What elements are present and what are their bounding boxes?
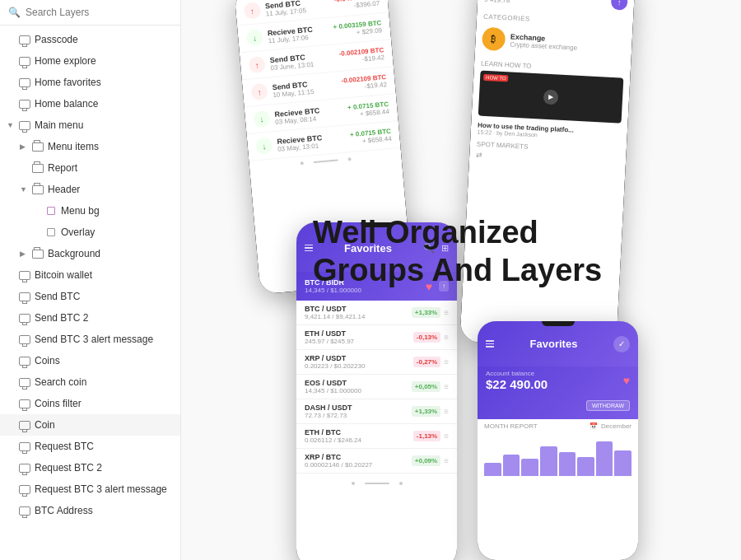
btc-price: 9 419.78: [484, 0, 531, 6]
menu-icon: ≡: [444, 382, 449, 391]
tx-info: Recieve BTC 03 May, 08:14: [274, 104, 343, 125]
chart-bar: [484, 463, 501, 476]
how-to-badge: HOW TO: [483, 74, 509, 82]
notch: [361, 222, 394, 227]
sidebar-item-label: Bitcoin wallet: [35, 269, 92, 281]
nav-back: [300, 161, 303, 165]
sidebar-item-coin[interactable]: Coin: [0, 414, 180, 436]
screen-icon: [18, 268, 31, 282]
coin-info: XRP / USDT 0.20223 / $0.202230: [305, 354, 365, 370]
learn-section: LEARN HOW TO HOW TO ▶: [472, 56, 631, 127]
sidebar: 🔍 Passcode Home explore Home favorites H…: [0, 0, 181, 560]
sidebar-item-label: Coins: [35, 355, 60, 366]
sidebar-item-search-coin[interactable]: Search coin: [0, 371, 180, 393]
sidebar-item-request-btc-2[interactable]: Request BTC 2: [0, 457, 180, 478]
withdraw-button[interactable]: WITHDRAW: [586, 400, 630, 411]
coin-row: ETH / BTC 0.026112 / $246.24 -1,13% ≡: [296, 424, 457, 449]
video-thumbnail: HOW TO ▶: [478, 71, 624, 124]
sidebar-item-request-btc[interactable]: Request BTC: [0, 436, 180, 457]
sidebar-item-btc-address[interactable]: BTC Address: [0, 500, 180, 521]
sidebar-item-home-explore[interactable]: Home explore: [0, 50, 180, 72]
screen-icon: [18, 290, 31, 303]
chevron-right-icon: ▶: [20, 250, 28, 258]
coin-pair: ETH / USDT: [305, 329, 354, 338]
play-button[interactable]: ▶: [543, 89, 559, 105]
chevron-right-icon: ▶: [20, 142, 28, 151]
categories-screen: BTC / USDT 9 419.78 ↑ CATEGORIES ₿ Excha…: [459, 0, 635, 350]
screen-icon: [18, 461, 31, 474]
search-input[interactable]: [26, 7, 172, 18]
coin-pair: XRP / BTC: [305, 453, 372, 461]
sidebar-item-header[interactable]: ▼ Header: [0, 179, 180, 200]
bitcoin-icon: ₿: [482, 27, 506, 51]
screen-icon: [18, 33, 31, 46]
coin-row: BTC / USDT 9,421.14 / $9,421.14 +1,33% ≡: [296, 301, 457, 325]
balance-row: Account balance $22 490.00 ♥: [486, 370, 630, 391]
sidebar-item-request-btc-3[interactable]: Request BTC 3 alert message: [0, 478, 180, 500]
menu-icon: ≡: [444, 333, 449, 342]
group-icon: [31, 140, 44, 153]
screen-icon: [18, 440, 31, 453]
coin-change-row: +0,09% ≡: [412, 455, 449, 466]
coin-change-row: +1,33% ≡: [412, 406, 449, 417]
sidebar-item-label: Request BTC 3 alert message: [35, 483, 167, 495]
coin-row: EOS / USDT 14,345 / $1.000000 +0,05% ≡: [296, 375, 457, 399]
coin-pair: BTC / USDT: [305, 305, 365, 313]
sidebar-item-background[interactable]: ▶ Background: [0, 243, 180, 264]
sidebar-item-main-menu[interactable]: ▼ Main menu: [0, 114, 180, 136]
menu-icon: ≡: [444, 407, 449, 416]
sidebar-item-label: Coin: [35, 419, 55, 431]
rect-icon: [44, 226, 58, 239]
sidebar-item-home-favorites[interactable]: Home favorites: [0, 72, 180, 93]
exchange-info: Exchange Crypto asset exchange: [510, 32, 578, 51]
sidebar-item-bitcoin-wallet[interactable]: Bitcoin wallet: [0, 264, 180, 286]
sidebar-item-passcode[interactable]: Passcode: [0, 29, 180, 50]
coin-change-row: +0,05% ≡: [412, 381, 449, 392]
sidebar-item-send-btc-3[interactable]: Send BTC 3 alert message: [0, 329, 180, 350]
exchange-icon-btn[interactable]: ↑: [611, 0, 628, 11]
sidebar-item-home-balance[interactable]: Home balance: [0, 93, 180, 114]
sidebar-item-label: Background: [48, 248, 100, 259]
sidebar-item-send-btc-2[interactable]: Send BTC 2: [0, 307, 180, 329]
sidebar-item-label: Header: [48, 184, 80, 195]
tx-amount: + 0.0715 BTC + $658.44: [347, 100, 389, 119]
hamburger-icon: [486, 340, 494, 348]
account-label: Account balance: [486, 370, 548, 377]
chart-bar: [559, 452, 576, 476]
sidebar-item-menu-items[interactable]: ▶ Menu items: [0, 136, 180, 157]
settings-btn[interactable]: ✓: [613, 336, 630, 352]
screen-icon: [18, 97, 31, 110]
chart-bar: [596, 441, 613, 476]
sidebar-item-report[interactable]: Report: [0, 157, 180, 179]
month-header: MONTH REPORT 📅 December: [484, 422, 631, 430]
tx-amount: -0.002109 BTC -$19.42: [338, 46, 384, 65]
sidebar-item-coins-filter[interactable]: Coins filter: [0, 393, 180, 414]
sidebar-item-label: Send BTC 3 alert message: [35, 334, 153, 345]
withdraw-section: WITHDRAW: [486, 396, 630, 411]
menu-icon: ≡: [444, 308, 449, 317]
tx-info: Recieve BTC 03 May, 13:01: [277, 131, 346, 152]
coin-change-row: -0,27% ≡: [413, 357, 449, 367]
sidebar-item-send-btc[interactable]: Send BTC: [0, 286, 180, 307]
sidebar-item-label: BTC Address: [35, 505, 93, 516]
change-badge: -0,13%: [413, 332, 440, 343]
screen-icon: [18, 504, 31, 517]
menu-icon: ≡: [444, 357, 449, 366]
coin-price: 0.00002146 / $0.20227: [305, 461, 372, 469]
coin-price: 0.026112 / $246.24: [305, 436, 361, 444]
coin-info: BTC / USDT 9,421.14 / $9,421.14: [305, 305, 365, 320]
nav-back: [352, 482, 355, 485]
sidebar-item-overlay[interactable]: Overlay: [0, 222, 180, 243]
coin-change-row: -0,13% ≡: [413, 332, 449, 343]
chart-bar: [614, 450, 631, 476]
search-bar[interactable]: 🔍: [0, 0, 180, 26]
chevron-down-icon: ▼: [7, 121, 15, 129]
sidebar-item-coins[interactable]: Coins: [0, 350, 180, 371]
nav-recent: [347, 157, 351, 161]
sidebar-item-label: Request BTC 2: [35, 462, 102, 474]
sidebar-item-menu-bg[interactable]: Menu bg: [0, 200, 180, 222]
fav2-header: Favorites ✓: [478, 321, 638, 366]
sidebar-item-label: Coins filter: [35, 398, 82, 409]
tx-info: Send BTC 11 July, 17:05: [265, 0, 331, 17]
video-time: 15:22: [478, 128, 492, 135]
